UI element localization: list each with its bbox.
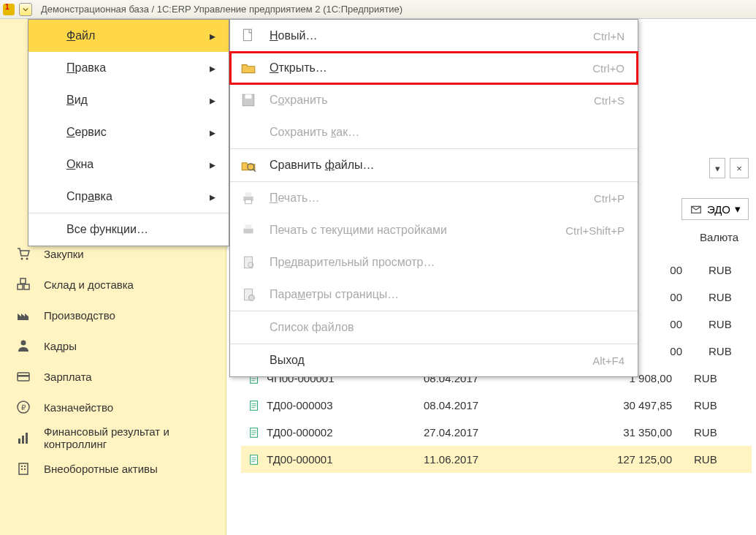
menu-item-exit[interactable]: Выход Alt+F4 — [230, 344, 638, 376]
svg-point-14 — [21, 341, 26, 346]
save-icon — [240, 92, 256, 108]
menu-item-save[interactable]: Сохранить Ctrl+S — [230, 84, 638, 116]
new-file-icon — [240, 28, 256, 44]
document-icon — [241, 399, 267, 412]
menu-item-help[interactable]: Справка▸ — [28, 181, 229, 213]
svg-rect-25 — [21, 468, 23, 470]
edo-button[interactable]: ЭДО ▾ — [681, 198, 749, 220]
svg-rect-13 — [20, 278, 26, 284]
svg-rect-34 — [245, 94, 252, 99]
svg-rect-21 — [26, 433, 28, 444]
svg-rect-24 — [24, 466, 26, 467]
print-icon — [240, 190, 256, 206]
svg-rect-20 — [22, 436, 24, 444]
toolbar-dropdown-button[interactable]: ▾ — [709, 158, 725, 178]
main-menu-panel: Файл ▸ Правка▸ Вид▸ Сервис▸ Окна▸ Справк… — [28, 19, 229, 246]
sidebar-item-hr[interactable]: Кадры — [0, 330, 226, 361]
svg-rect-11 — [18, 284, 23, 289]
sidebar-item-production[interactable]: Производство — [0, 300, 226, 330]
menu-item-open[interactable]: Открыть… Ctrl+O — [230, 52, 638, 84]
svg-rect-19 — [18, 439, 20, 444]
toolbar-clear-button[interactable]: × — [730, 158, 749, 178]
svg-rect-37 — [245, 192, 252, 197]
sidebar-item-treasury[interactable]: ₽ Казначейство — [0, 392, 226, 422]
sidebar-item-warehouse[interactable]: Склад и доставка — [0, 269, 226, 300]
chevron-right-icon: ▸ — [210, 29, 215, 43]
svg-rect-38 — [245, 200, 252, 204]
sidebar-item-salary[interactable]: Зарплата — [0, 361, 226, 392]
svg-text:₽: ₽ — [21, 403, 26, 411]
svg-rect-22 — [19, 463, 28, 474]
chart-icon — [16, 430, 31, 445]
app-icon — [3, 4, 15, 15]
main-menu-button[interactable] — [19, 3, 32, 16]
chevron-right-icon: ▸ — [210, 61, 215, 75]
svg-rect-26 — [24, 468, 26, 470]
menu-item-edit[interactable]: Правка▸ — [28, 52, 229, 84]
page-setup-icon — [240, 287, 256, 303]
menu-item-print[interactable]: Печать… Ctrl+P — [230, 182, 638, 214]
menu-item-filelist[interactable]: Список файлов — [230, 311, 638, 344]
svg-rect-32 — [243, 29, 251, 40]
menu-item-compare[interactable]: Сравнить файлы… — [230, 149, 638, 181]
svg-rect-40 — [245, 224, 252, 229]
chevron-right-icon: ▸ — [210, 190, 215, 204]
svg-rect-23 — [21, 466, 23, 467]
table-row[interactable]: ТД00-000001 11.06.2017 127 125,00 RUB — [241, 446, 752, 473]
chevron-right-icon: ▸ — [210, 94, 215, 107]
svg-point-9 — [21, 258, 23, 260]
table-row[interactable]: ТД00-000003 08.04.2017 30 497,85 RUB — [241, 392, 752, 419]
chevron-down-icon — [23, 7, 28, 12]
chevron-right-icon: ▸ — [210, 126, 215, 140]
preview-icon — [240, 254, 256, 270]
window-title: Демонстрационная база / 1C:ERP Управлени… — [41, 4, 402, 15]
cart-icon — [16, 246, 31, 261]
boxes-icon — [16, 277, 31, 292]
open-folder-icon — [240, 60, 256, 76]
sidebar-item-assets[interactable]: Внеоборотные активы — [0, 453, 226, 484]
card-icon — [16, 369, 31, 384]
building-icon — [16, 461, 31, 476]
menu-item-page-setup[interactable]: Параметры страницы… — [230, 278, 638, 311]
chevron-right-icon: ▸ — [210, 158, 215, 172]
titlebar: Демонстрационная база / 1C:ERP Управлени… — [0, 0, 756, 19]
chevron-down-icon: ▾ — [735, 202, 741, 216]
document-icon — [241, 453, 267, 466]
column-header-currency[interactable]: Валюта — [700, 231, 738, 243]
menu-item-all-functions[interactable]: Все функции… — [28, 213, 229, 246]
menu-item-windows[interactable]: Окна▸ — [28, 148, 229, 181]
svg-rect-12 — [24, 284, 29, 289]
file-menu-panel: Новый… Ctrl+N Открыть… Ctrl+O Сохранить … — [229, 19, 638, 377]
svg-point-10 — [26, 258, 28, 260]
menu-item-preview[interactable]: Предварительный просмотр… — [230, 246, 638, 278]
print-icon — [240, 222, 256, 238]
document-icon — [241, 426, 267, 439]
menu-item-print-current[interactable]: Печать с текущими настройками Ctrl+Shift… — [230, 214, 638, 246]
compare-files-icon — [240, 157, 256, 173]
menu-item-view[interactable]: Вид▸ — [28, 84, 229, 116]
edo-icon — [690, 202, 703, 216]
menu-item-file[interactable]: Файл ▸ — [28, 20, 229, 52]
ruble-icon: ₽ — [16, 400, 31, 414]
svg-rect-16 — [18, 375, 29, 377]
menu-item-new[interactable]: Новый… Ctrl+N — [230, 20, 638, 52]
sidebar-item-finresult[interactable]: Финансовый результат и контроллинг — [0, 422, 226, 453]
person-icon — [16, 338, 31, 353]
svg-point-44 — [249, 295, 255, 301]
menu-item-saveas[interactable]: Сохранить как… — [230, 116, 638, 148]
svg-rect-39 — [243, 229, 253, 234]
toolbar-fragment: ▾ × — [709, 158, 749, 178]
factory-icon — [16, 308, 31, 322]
menu-item-service[interactable]: Сервис▸ — [28, 116, 229, 148]
table-row[interactable]: ТД00-000002 27.04.2017 31 350,00 RUB — [241, 419, 752, 446]
